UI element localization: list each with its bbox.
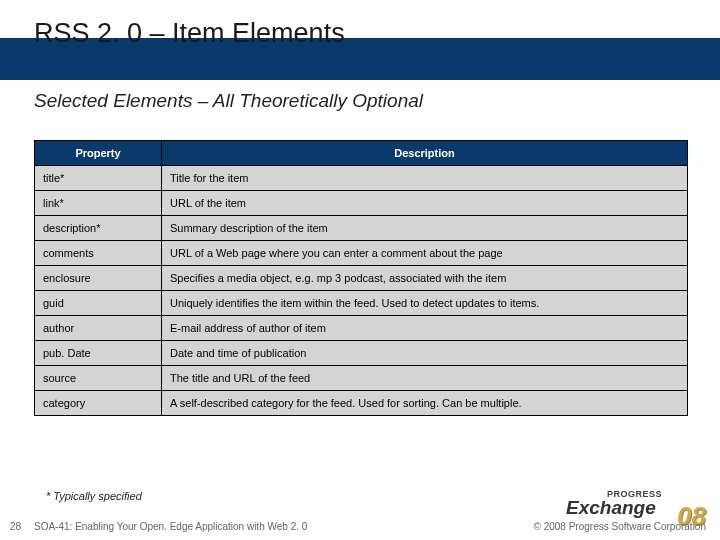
cell-property: pub. Date	[35, 341, 162, 366]
logo-exchange-text: Exchange	[566, 497, 656, 518]
table-row: categoryA self-described category for th…	[35, 391, 688, 416]
header-property: Property	[35, 141, 162, 166]
cell-property: source	[35, 366, 162, 391]
cell-description: A self-described category for the feed. …	[162, 391, 688, 416]
footer-session: SOA-41: Enabling Your Open. Edge Applica…	[34, 521, 307, 532]
table-row: description*Summary description of the i…	[35, 216, 688, 241]
table-row: sourceThe title and URL of the feed	[35, 366, 688, 391]
cell-property: category	[35, 391, 162, 416]
table-row: pub. DateDate and time of publication	[35, 341, 688, 366]
cell-property: link*	[35, 191, 162, 216]
table-row: enclosureSpecifies a media object, e.g. …	[35, 266, 688, 291]
cell-property: enclosure	[35, 266, 162, 291]
cell-description: Summary description of the item	[162, 216, 688, 241]
cell-description: Uniquely identifies the item within the …	[162, 291, 688, 316]
table-row: link*URL of the item	[35, 191, 688, 216]
cell-property: author	[35, 316, 162, 341]
footnote: * Typically specified	[46, 490, 142, 502]
cell-description: The title and URL of the feed	[162, 366, 688, 391]
slide-title: RSS 2. 0 – Item Elements	[34, 18, 345, 49]
cell-property: description*	[35, 216, 162, 241]
cell-description: URL of a Web page where you can enter a …	[162, 241, 688, 266]
elements-table: Property Description title*Title for the…	[34, 140, 688, 416]
table-header-row: Property Description	[35, 141, 688, 166]
cell-property: guid	[35, 291, 162, 316]
cell-property: comments	[35, 241, 162, 266]
cell-description: Date and time of publication	[162, 341, 688, 366]
slide-number: 28	[10, 521, 21, 532]
cell-description: URL of the item	[162, 191, 688, 216]
footer-copyright: © 2008 Progress Software Corporation	[534, 521, 706, 532]
cell-property: title*	[35, 166, 162, 191]
cell-description: Specifies a media object, e.g. mp 3 podc…	[162, 266, 688, 291]
progress-exchange-logo: PROGRESS Exchange 08	[566, 490, 706, 522]
cell-description: Title for the item	[162, 166, 688, 191]
table-row: commentsURL of a Web page where you can …	[35, 241, 688, 266]
cell-description: E-mail address of author of item	[162, 316, 688, 341]
table-row: authorE-mail address of author of item	[35, 316, 688, 341]
header-description: Description	[162, 141, 688, 166]
table-row: guidUniquely identifies the item within …	[35, 291, 688, 316]
slide-subtitle: Selected Elements – All Theoretically Op…	[34, 90, 423, 112]
table-row: title*Title for the item	[35, 166, 688, 191]
